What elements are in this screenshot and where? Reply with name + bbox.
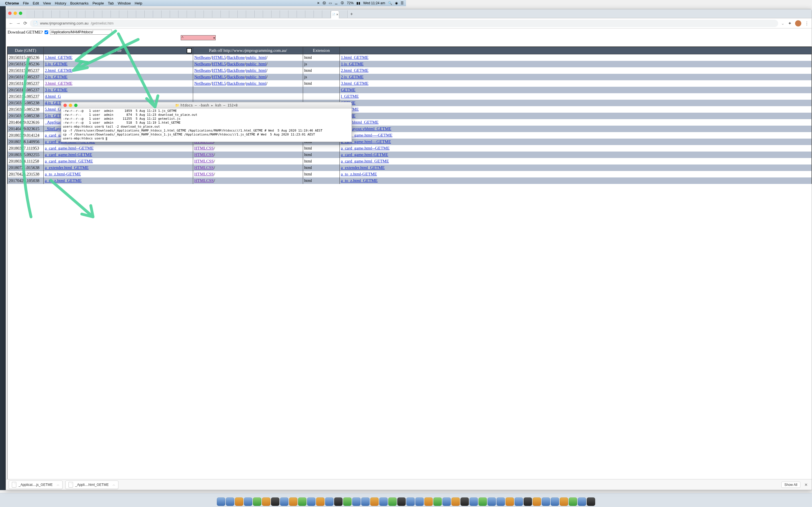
menu-history[interactable]: History (55, 1, 66, 5)
window-zoom-icon[interactable] (19, 11, 22, 15)
browser-tab[interactable] (111, 10, 119, 18)
file-link[interactable]: 3.html_GETME (45, 81, 72, 86)
new-tab-button[interactable]: + (348, 11, 356, 17)
file-link[interactable]: a_to_z.html_GETME (341, 178, 377, 183)
col-ext[interactable]: Extension (303, 47, 340, 54)
browser-tab[interactable] (187, 10, 195, 18)
file-link[interactable]: 2.html_GETME (45, 68, 72, 73)
browser-tab[interactable] (179, 10, 187, 18)
path-link[interactable]: NetBeans (194, 55, 211, 60)
path-link[interactable]: BackBone (227, 81, 245, 86)
path-link[interactable]: NetBeans (194, 62, 211, 66)
status-icon[interactable]: Ⓜ (322, 1, 326, 6)
path-link[interactable]: NetBeans (194, 81, 211, 86)
window-minimize-icon[interactable] (13, 11, 17, 15)
file-link[interactable]: a_extender.html_GETME (341, 165, 385, 170)
file-link[interactable]: 4.js_GET (45, 101, 61, 105)
file-link[interactable]: 1.js_GETME (45, 62, 67, 66)
browser-tab[interactable] (60, 10, 68, 18)
menu-bookmarks[interactable]: Bookmarks (70, 1, 89, 5)
browser-tab[interactable] (153, 10, 161, 18)
browser-tab[interactable] (289, 10, 297, 18)
file-link[interactable]: l_GETME (341, 94, 359, 99)
download-checkbox[interactable] (45, 31, 48, 34)
file-link[interactable]: 2.js_GETME (341, 75, 363, 79)
file-link[interactable]: 3.html_GETME (341, 81, 368, 86)
path-link[interactable]: HTMLCSS (194, 178, 214, 183)
browser-tab[interactable] (77, 10, 86, 18)
col-path[interactable]: Path off http://www.rjmprogramming.com.a… (193, 47, 303, 54)
browser-tab[interactable] (255, 10, 263, 18)
file-link[interactable]: a_card_game.html--GETME (341, 146, 390, 151)
browser-tab[interactable] (43, 10, 52, 18)
menu-view[interactable]: View (43, 1, 51, 5)
menu-tab[interactable]: Tab (108, 1, 114, 5)
back-button[interactable]: ← (9, 21, 13, 26)
file-link[interactable]: a_card_game.html_GETME (341, 159, 389, 163)
browser-tab[interactable] (145, 10, 153, 18)
path-link[interactable]: NetBeans (194, 68, 211, 73)
browser-tab[interactable] (322, 10, 331, 18)
path-link[interactable]: public_html (246, 55, 266, 60)
menu-people[interactable]: People (93, 1, 104, 5)
path-link[interactable]: NetBeans (194, 75, 211, 79)
browser-tab[interactable] (280, 10, 289, 18)
terminal-window[interactable]: 📁 htdocs — -bash ▸ ksh — 152×8 -rw-r--r-… (61, 102, 352, 142)
file-link[interactable]: 5.js_GET (45, 114, 61, 118)
file-link[interactable]: 4.html_G (45, 94, 61, 99)
menu-edit[interactable]: Edit (33, 1, 39, 5)
file-link[interactable]: a_to_z.html-GETME (45, 172, 81, 176)
file-link[interactable]: 2.html_GETME (341, 68, 368, 73)
browser-tab[interactable] (195, 10, 204, 18)
reload-button[interactable]: ⟳ (23, 20, 27, 26)
pink-dropdown[interactable]: ^ (181, 35, 216, 40)
browser-tab[interactable] (271, 10, 280, 18)
browser-tab[interactable] (35, 10, 43, 18)
file-link[interactable]: 3.js_GETME (45, 88, 67, 92)
window-zoom-icon[interactable] (74, 104, 78, 107)
browser-tab[interactable] (229, 10, 238, 18)
browser-tab[interactable] (305, 10, 314, 18)
file-link[interactable]: a_to_z.html-GETME (341, 172, 377, 176)
menubar-clock[interactable]: Wed 11:24 am (363, 1, 385, 5)
file-link[interactable]: 5.html_G (45, 107, 61, 112)
path-link[interactable]: HTML5 (212, 68, 226, 73)
file-link[interactable]: a_to_z.html_GETME (45, 178, 82, 183)
siri-icon[interactable]: ◉ (395, 1, 398, 5)
spotlight-icon[interactable]: 🔍 (388, 1, 392, 5)
browser-tab[interactable] (52, 10, 60, 18)
browser-tab[interactable] (102, 10, 111, 18)
path-link[interactable]: BackBone (227, 68, 245, 73)
file-header-checkbox[interactable]: ✔ (187, 48, 192, 53)
menu-file[interactable]: File (23, 1, 29, 5)
browser-tab[interactable] (94, 10, 102, 18)
file-link[interactable]: GETME (341, 88, 356, 92)
wifi-icon[interactable]: ⦿ (341, 1, 344, 5)
menu-help[interactable]: Help (135, 1, 142, 5)
file-link[interactable]: a_card_game.html_GETME (45, 159, 93, 163)
file-link[interactable]: 1.html_GETME (341, 55, 368, 60)
browser-tab[interactable] (68, 10, 77, 18)
bluetooth-icon[interactable]: ⚊ (335, 1, 338, 5)
browser-tab[interactable] (297, 10, 305, 18)
col-file[interactable]: File ✔ (44, 47, 193, 54)
path-link[interactable]: BackBone (227, 75, 245, 79)
path-link[interactable]: HTMLCSS (194, 159, 214, 163)
path-link[interactable]: public_html (246, 81, 266, 86)
file-link[interactable]: 1.html_GETME (45, 55, 72, 60)
path-link[interactable]: HTMLCSS (194, 152, 214, 157)
window-close-icon[interactable] (8, 11, 11, 15)
path-link[interactable]: public_html (246, 62, 266, 66)
browser-tab[interactable] (263, 10, 271, 18)
browser-tab[interactable] (26, 10, 35, 18)
path-link[interactable]: BackBone (227, 62, 245, 66)
file-link[interactable]: a_card_game.html-GETME (45, 152, 92, 157)
file-link[interactable]: 2.js_GETME (45, 75, 67, 79)
file-link[interactable]: a_extender.html_GETME (45, 165, 89, 170)
app-name[interactable]: Chrome (5, 1, 19, 5)
browser-tab[interactable] (339, 10, 348, 18)
window-close-icon[interactable] (63, 104, 67, 107)
browser-tab[interactable] (161, 10, 170, 18)
window-minimize-icon[interactable] (69, 104, 72, 107)
browser-tab[interactable]: 📄✕ (331, 10, 339, 18)
